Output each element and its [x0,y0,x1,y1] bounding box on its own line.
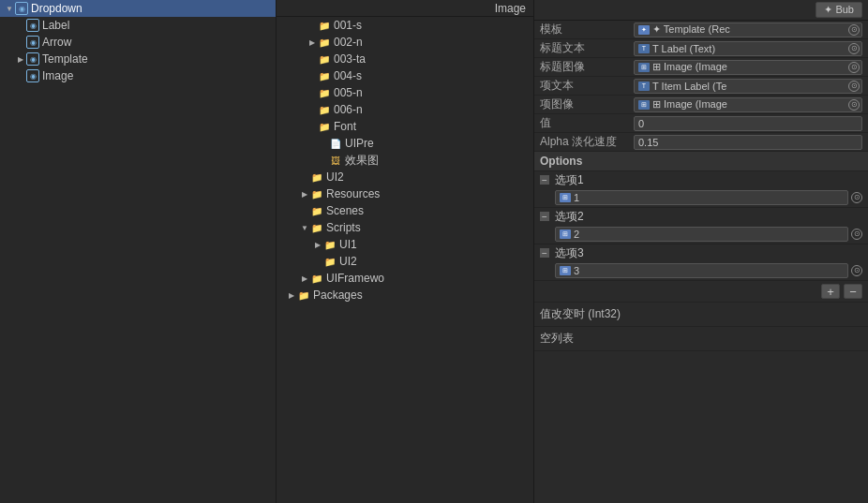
option-value-row-2: ⊞ 2 ⊙ [534,225,868,244]
folder-icon-effect: 🖼 [329,154,342,167]
folder-icon-004s: 📁 [318,69,331,82]
inspector-top-button[interactable]: ✦ Bub [816,2,862,18]
file-item-uipre[interactable]: 📄 UIPre [277,135,533,152]
file-label-font: Font [334,120,356,133]
file-label-003ta: 003-ta [334,52,366,66]
prop-value-title-image[interactable]: ⊞ ⊞ Image (Image ⊙ [634,60,862,75]
file-label-005n: 005-n [334,86,363,99]
circle-btn-title-image[interactable]: ⊙ [848,62,860,73]
prop-input-value[interactable] [634,116,862,131]
prop-label-alpha: Alpha 淡化速度 [540,134,634,150]
arrow-002n [307,37,318,48]
circle-btn-item-text[interactable]: ⊙ [848,81,860,92]
folder-icon-resources: 📁 [310,187,323,200]
option-minus-2[interactable]: − [540,212,549,221]
file-label-resources: Resources [326,187,380,200]
add-option-button[interactable]: + [821,284,840,299]
options-header: Options [534,152,868,171]
file-item-003ta[interactable]: 📁 003-ta [277,51,533,67]
file-item-effect[interactable]: 🖼 效果图 [277,152,533,169]
prop-label-title-image: 标题图像 [540,59,634,75]
option-value-box-3[interactable]: ⊞ 3 [555,263,848,278]
folder-icon-scripts: 📁 [310,221,323,234]
remove-option-button[interactable]: − [844,284,862,299]
tree-arrow-template [15,53,26,65]
option-circ-btn-2[interactable]: ⊙ [851,229,862,240]
tree-item-template[interactable]: ◉ Template [0,51,276,67]
option-name-2: 选项2 [555,209,584,225]
prop-label-item-text: 项文本 [540,78,634,94]
option-value-box-2[interactable]: ⊞ 2 [555,227,848,242]
event-label-1: 值改变时 (Int32) [540,306,621,322]
prop-input-alpha[interactable] [634,135,862,150]
file-label-packages: Packages [313,288,363,302]
go-icon-arrow: ◉ [26,36,39,49]
folder-icon-005n: 📁 [318,86,331,99]
event-label-2: 空列表 [540,331,574,347]
file-label-ui2: UI2 [326,170,344,184]
prop-value-title-text[interactable]: T T Label (Text) ⊙ [634,41,862,56]
file-item-002n[interactable]: 📁 002-n [277,34,533,51]
circle-btn-title-text[interactable]: ⊙ [848,43,860,54]
option-value-box-1[interactable]: ⊞ 1 [555,190,848,205]
file-item-packages[interactable]: 📁 Packages [277,287,533,303]
tree-item-image[interactable]: ◉ Image [0,67,276,84]
circle-btn-template[interactable]: ⊙ [848,24,860,36]
go-icon-template: ◉ [26,52,39,66]
file-item-scenes[interactable]: 📁 Scenes [277,202,533,219]
option-group-1: − 选项1 ⊞ 1 ⊙ [534,171,868,208]
go-icon-dropdown: ◉ [15,2,28,15]
option-value-text-3: 3 [574,265,579,276]
tree-label-image: Image [42,69,73,82]
option-group-3: − 选项3 ⊞ 3 ⊙ [534,244,868,281]
prop-value-item-image[interactable]: ⊞ ⊞ Image (Image ⊙ [634,97,862,112]
prop-value-text-title-image: ⊞ Image (Image [652,61,727,73]
tree-item-dropdown[interactable]: ◉ Dropdown [0,0,276,17]
file-item-004s[interactable]: 📁 004-s [277,67,533,84]
folder-icon-ui2: 📁 [310,170,323,184]
sprite-icon-2: ⊞ [560,229,571,239]
file-label-ui1: UI1 [339,238,357,251]
prop-value-text-title-text: T Label (Text) [652,43,715,54]
folder-icon-001s: 📁 [318,19,331,32]
file-item-006n[interactable]: 📁 006-n [277,101,533,118]
prop-value-template[interactable]: ✦ ✦ Template (Rec ⊙ [634,22,862,37]
option-minus-3[interactable]: − [540,248,549,258]
circle-btn-item-image[interactable]: ⊙ [848,99,860,111]
tree-label-arrow: Arrow [42,36,71,49]
file-label-ui2b: UI2 [339,255,357,268]
option-minus-1[interactable]: − [540,175,549,185]
inspector-panel: ✦ Bub 模板 ✦ ✦ Template (Rec ⊙ 标题文本 T T La… [534,0,868,503]
file-item-font[interactable]: 📁 Font [277,118,533,135]
option-circ-btn-1[interactable]: ⊙ [851,192,862,203]
prop-label-item-image: 项图像 [540,96,634,112]
prop-row-alpha: Alpha 淡化速度 [534,133,868,152]
sprite-icon-3: ⊞ [560,266,571,275]
file-item-001s[interactable]: 📁 001-s [277,17,533,34]
file-item-resources[interactable]: 📁 Resources [277,185,533,202]
go-icon-image: ◉ [26,69,39,82]
file-item-ui1[interactable]: 📁 UI1 [277,236,533,253]
prop-value-text-template: ✦ Template (Rec [652,23,730,36]
middle-file-panel: Image 📁 001-s 📁 002-n 📁 003-ta 📁 004-s 📁… [277,0,534,503]
option-group-2: − 选项2 ⊞ 2 ⊙ [534,208,868,244]
file-item-005n[interactable]: 📁 005-n [277,84,533,101]
inspector-toolbar: ✦ Bub [534,0,868,21]
file-item-scripts[interactable]: 📁 Scripts [277,219,533,236]
option-circ-btn-3[interactable]: ⊙ [851,265,862,276]
file-item-ui2b[interactable]: 📁 UI2 [277,253,533,270]
file-item-ui2[interactable]: 📁 UI2 [277,169,533,185]
arrow-packages [286,289,297,301]
prop-row-title-image: 标题图像 ⊞ ⊞ Image (Image ⊙ [534,58,868,77]
arrow-scripts [299,222,310,233]
file-label-uipre: UIPre [345,137,374,150]
option-value-row-3: ⊞ 3 ⊙ [534,261,868,280]
prop-row-template: 模板 ✦ ✦ Template (Rec ⊙ [534,21,868,39]
tree-item-label[interactable]: ◉ Label [0,17,276,34]
prop-value-item-text[interactable]: T T Item Label (Te ⊙ [634,79,862,94]
arrow-ui1 [312,239,323,250]
tree-item-arrow[interactable]: ◉ Arrow [0,34,276,51]
file-label-001s: 001-s [334,19,362,32]
file-item-uiframework[interactable]: 📁 UIFramewo [277,270,533,287]
prop-value-text-item-image: ⊞ Image (Image [652,98,727,111]
